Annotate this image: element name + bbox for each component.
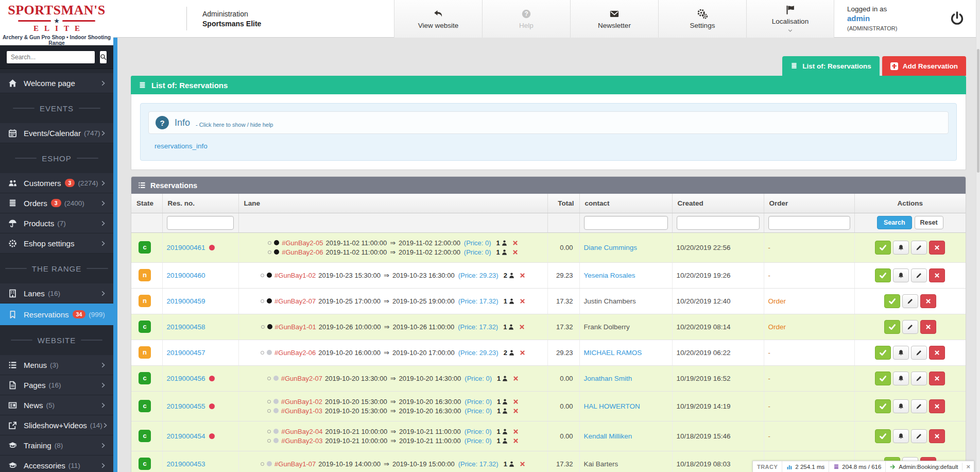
- price-link[interactable]: (Price: 17.32): [458, 323, 498, 331]
- order-link[interactable]: Order: [768, 297, 786, 305]
- delete-button[interactable]: [920, 320, 936, 334]
- edit-button[interactable]: [911, 241, 927, 255]
- sidebar-item-news[interactable]: News (5): [0, 395, 113, 415]
- sidebar-item-training[interactable]: Training (8): [0, 435, 113, 456]
- search-button[interactable]: Search: [877, 216, 912, 229]
- remove-lane-icon[interactable]: [520, 273, 525, 278]
- price-link[interactable]: (Price: 17.32): [458, 297, 498, 305]
- tab-list-of-reservations[interactable]: List of: Reservations: [782, 56, 880, 76]
- info-help-toggle[interactable]: ? Info - Click here to show / hide help: [148, 111, 949, 134]
- lane-link[interactable]: #GunBay1-03: [281, 407, 322, 415]
- notify-button[interactable]: [893, 429, 909, 443]
- nav-localisation-button[interactable]: Localisation: [746, 0, 834, 38]
- lane-link[interactable]: #GunBay2-07: [274, 297, 316, 305]
- approve-button[interactable]: [884, 294, 900, 308]
- remove-lane-icon[interactable]: [513, 399, 519, 404]
- lane-link[interactable]: #GunBay2-03: [281, 437, 322, 445]
- remove-lane-icon[interactable]: [520, 461, 525, 467]
- approve-button[interactable]: [875, 372, 891, 385]
- approve-button[interactable]: [875, 346, 891, 360]
- remove-lane-icon[interactable]: [512, 240, 518, 246]
- price-link[interactable]: (Price: 0): [464, 239, 491, 247]
- approve-button[interactable]: [875, 429, 891, 443]
- reservations-info-link[interactable]: reservations_info: [154, 142, 208, 150]
- filter-created-input[interactable]: [677, 216, 760, 230]
- tracy-route[interactable]: Admin:Booking:default: [885, 461, 962, 472]
- nav-settings-button[interactable]: Settings: [658, 0, 746, 38]
- lane-link[interactable]: #GunBay1-07: [274, 460, 316, 468]
- vertical-scrollbar[interactable]: [976, 0, 980, 472]
- remove-lane-icon[interactable]: [513, 429, 519, 434]
- lane-link[interactable]: #GunBay1-02: [274, 272, 316, 279]
- edit-button[interactable]: [902, 294, 918, 308]
- notify-button[interactable]: [893, 346, 909, 360]
- tracy-memory[interactable]: 204.8 ms / 616: [829, 461, 885, 472]
- delete-button[interactable]: [920, 294, 936, 308]
- price-link[interactable]: (Price: 0): [465, 437, 492, 445]
- reset-button[interactable]: Reset: [915, 216, 943, 229]
- price-link[interactable]: (Price: 0): [465, 375, 492, 382]
- filter-order-input[interactable]: [768, 216, 850, 230]
- approve-button[interactable]: [875, 399, 891, 413]
- reservation-link[interactable]: 2019000461: [167, 244, 205, 251]
- remove-lane-icon[interactable]: [520, 298, 525, 304]
- sidebar-item-orders[interactable]: Orders 3 (2400): [0, 193, 113, 213]
- nav-help-button[interactable]: Help: [482, 0, 570, 38]
- reservation-link[interactable]: 2019000458: [167, 323, 205, 331]
- price-link[interactable]: (Price: 0): [465, 428, 492, 435]
- notify-button[interactable]: [893, 241, 909, 255]
- scrollbar-thumb[interactable]: [977, 49, 979, 173]
- remove-lane-icon[interactable]: [519, 324, 525, 330]
- price-link[interactable]: (Price: 0): [465, 398, 492, 406]
- notify-button[interactable]: [893, 399, 909, 413]
- remove-lane-icon[interactable]: [512, 249, 518, 255]
- delete-button[interactable]: [929, 429, 945, 443]
- lane-link[interactable]: #GunBay1-01: [275, 323, 316, 331]
- remove-lane-icon[interactable]: [513, 408, 519, 414]
- column-header-created[interactable]: Created: [672, 194, 764, 213]
- contact-link[interactable]: Kendall Milliken: [584, 432, 632, 440]
- column-header-lane[interactable]: Lane: [238, 194, 547, 213]
- price-link[interactable]: (Price: 29.23): [458, 272, 498, 279]
- reservation-link[interactable]: 2019000460: [167, 272, 205, 279]
- reservation-link[interactable]: 2019000456: [167, 375, 205, 382]
- sidebar-item-pages[interactable]: Pages (16): [0, 375, 113, 395]
- lane-link[interactable]: #GunBay2-05: [282, 239, 323, 247]
- reservation-link[interactable]: 2019000455: [167, 402, 205, 410]
- sidebar-item-accessories[interactable]: Accessories (11): [0, 456, 113, 472]
- sidebar-item-welcome-page[interactable]: Welcome page: [0, 73, 113, 93]
- lane-link[interactable]: #GunBay1-02: [281, 398, 322, 406]
- approve-button[interactable]: [875, 268, 891, 282]
- sidebar-item-eshop-settings[interactable]: Eshop settings: [0, 233, 113, 254]
- sidebar-search-button[interactable]: [99, 50, 107, 64]
- delete-button[interactable]: [929, 241, 945, 255]
- tracy-timing[interactable]: 2 254.1 ms: [782, 461, 829, 472]
- price-link[interactable]: (Price: 29.23): [458, 349, 498, 357]
- column-header-contact[interactable]: contact: [579, 194, 672, 213]
- delete-button[interactable]: [929, 399, 945, 413]
- lane-link[interactable]: #GunBay2-04: [281, 428, 322, 435]
- column-header-res-no[interactable]: Res. no.: [162, 194, 238, 213]
- reservation-link[interactable]: 2019000459: [167, 297, 205, 305]
- delete-button[interactable]: [929, 268, 945, 282]
- reservation-link[interactable]: 2019000453: [167, 460, 205, 468]
- delete-button[interactable]: [929, 346, 945, 360]
- filter-res-no-input[interactable]: [167, 216, 234, 230]
- price-link[interactable]: (Price: 17.32): [458, 460, 498, 468]
- column-header-order[interactable]: Order: [764, 194, 854, 213]
- price-link[interactable]: (Price: 0): [465, 407, 492, 415]
- notify-button[interactable]: [893, 372, 909, 385]
- lane-link[interactable]: #GunBay2-06: [274, 349, 316, 357]
- approve-button[interactable]: [875, 241, 891, 255]
- contact-link[interactable]: Diane Cummings: [584, 244, 638, 251]
- sidebar-item-events-calendar[interactable]: Events/Calendar (747): [0, 123, 113, 143]
- reservation-link[interactable]: 2019000454: [167, 432, 205, 440]
- approve-button[interactable]: [884, 320, 900, 334]
- username-link[interactable]: admin: [847, 14, 870, 23]
- sidebar-search-input[interactable]: [6, 50, 95, 64]
- reservation-link[interactable]: 2019000457: [167, 349, 205, 357]
- edit-button[interactable]: [911, 268, 927, 282]
- sidebar-item-customers[interactable]: Customers 3 (2274): [0, 173, 113, 193]
- filter-contact-input[interactable]: [584, 216, 668, 230]
- sidebar-item-menus[interactable]: Menus (3): [0, 355, 113, 375]
